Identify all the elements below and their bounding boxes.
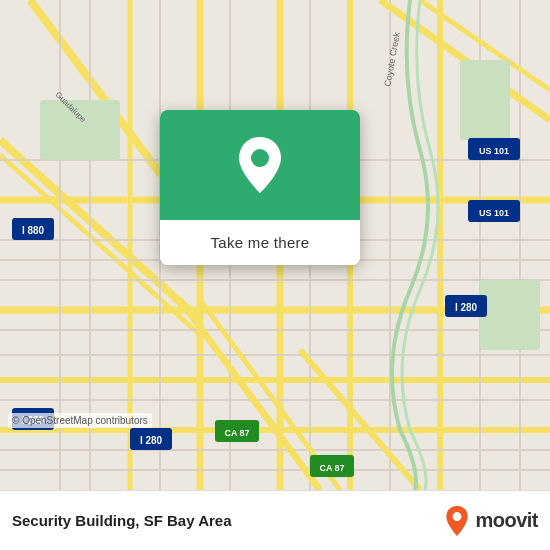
map-container: I 880 I 280 I 280 CA 87 CA 87 US 101 US …: [0, 0, 550, 490]
moovit-logo[interactable]: moovit: [443, 505, 538, 537]
bottom-bar: Security Building, SF Bay Area moovit: [0, 490, 550, 550]
svg-point-58: [453, 512, 462, 521]
svg-text:US 101: US 101: [479, 208, 509, 218]
svg-rect-36: [460, 60, 510, 140]
moovit-brand-text: moovit: [475, 509, 538, 532]
svg-text:I 880: I 880: [22, 225, 45, 236]
location-info: Security Building, SF Bay Area: [12, 512, 443, 530]
svg-text:I 280: I 280: [455, 302, 478, 313]
popup-card[interactable]: Take me there: [160, 110, 360, 265]
svg-text:US 101: US 101: [479, 146, 509, 156]
take-me-there-button[interactable]: Take me there: [160, 220, 360, 265]
svg-text:CA 87: CA 87: [224, 428, 249, 438]
map-attribution: © OpenStreetMap contributors: [8, 413, 152, 428]
svg-text:I 280: I 280: [140, 435, 163, 446]
svg-point-57: [251, 149, 269, 167]
location-name: Security Building, SF Bay Area: [12, 512, 232, 529]
svg-text:CA 87: CA 87: [319, 463, 344, 473]
svg-rect-37: [480, 280, 540, 350]
moovit-pin-icon: [443, 505, 471, 537]
location-pin-icon: [235, 135, 285, 195]
popup-green-area: [160, 110, 360, 220]
